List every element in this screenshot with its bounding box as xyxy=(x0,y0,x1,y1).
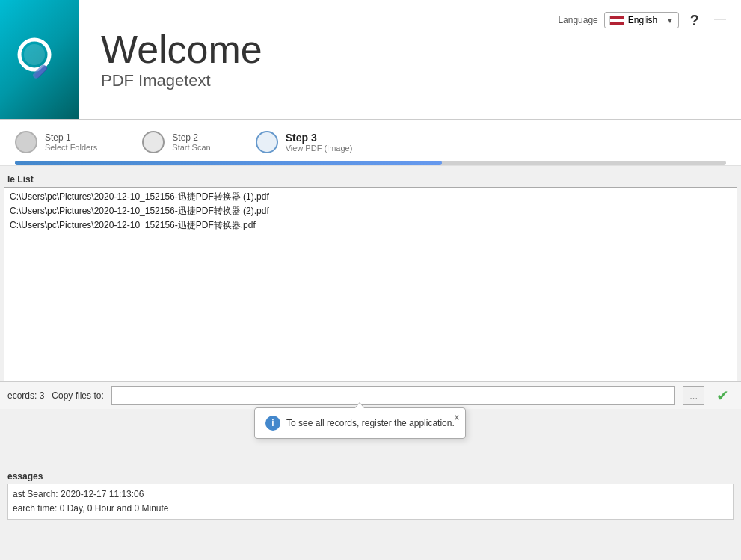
language-dropdown[interactable]: English ▼ xyxy=(604,12,679,28)
step-3-number: Step 3 xyxy=(286,132,353,144)
help-button[interactable]: ? xyxy=(686,10,703,31)
step-1-number: Step 1 xyxy=(45,132,97,143)
step-1: Step 1 Select Folders xyxy=(15,131,97,153)
tooltip-body: i To see all records, register the appli… xyxy=(265,416,455,431)
minimize-button[interactable]: — xyxy=(710,10,730,27)
progress-bar xyxy=(15,161,726,165)
language-label: Language xyxy=(558,15,597,25)
step-2-text: Step 2 Start Scan xyxy=(172,132,210,152)
step-2-circle xyxy=(142,131,165,153)
logo-area xyxy=(0,0,79,119)
header: Welcome PDF Imagetext Language English ▼… xyxy=(0,0,741,120)
step-3-desc: View PDF (Image) xyxy=(286,144,353,153)
svg-point-1 xyxy=(24,44,45,65)
logo-icon xyxy=(13,34,66,86)
welcome-title: Welcome xyxy=(101,28,524,71)
messages-header: essages xyxy=(7,471,734,481)
messages-box: ast Search: 2020-12-17 11:13:06 earch ti… xyxy=(7,484,734,520)
records-count: ecords: 3 xyxy=(7,390,44,401)
file-list-section: le List C:\Users\pc\Pictures\2020-12-10_… xyxy=(0,166,741,381)
bottom-bar: ecords: 3 Copy files to: ... ✔ xyxy=(0,381,741,409)
list-item: C:\Users\pc\Pictures\2020-12-10_152156-迅… xyxy=(8,190,733,204)
step-1-circle xyxy=(15,131,37,153)
file-list-box[interactable]: C:\Users\pc\Pictures\2020-12-10_152156-迅… xyxy=(4,187,737,381)
copy-files-label: Copy files to: xyxy=(52,390,103,401)
info-icon: i xyxy=(265,416,280,431)
tooltip-text: To see all records, register the applica… xyxy=(286,418,455,428)
language-area: Language English ▼ xyxy=(558,12,678,28)
tooltip-popup: x i To see all records, register the app… xyxy=(254,407,466,439)
flag-icon xyxy=(609,16,624,25)
messages-section: essages ast Search: 2020-12-17 11:13:06 … xyxy=(0,469,741,522)
copy-files-input[interactable] xyxy=(111,386,675,405)
step-1-desc: Select Folders xyxy=(45,143,97,152)
svg-rect-3 xyxy=(31,64,47,79)
message-line-1: ast Search: 2020-12-17 11:13:06 xyxy=(13,487,728,502)
message-line-2: earch time: 0 Day, 0 Hour and 0 Minute xyxy=(13,502,728,516)
step-3-text: Step 3 View PDF (Image) xyxy=(286,132,353,153)
main-content: le List C:\Users\pc\Pictures\2020-12-10_… xyxy=(0,166,741,522)
step-3: Step 3 View PDF (Image) xyxy=(256,131,353,153)
step-1-text: Step 1 Select Folders xyxy=(45,132,97,152)
step-2-number: Step 2 xyxy=(172,132,210,143)
step-2-desc: Start Scan xyxy=(172,143,210,152)
header-content: Welcome PDF Imagetext xyxy=(79,0,547,119)
steps-row: Step 1 Select Folders Step 2 Start Scan … xyxy=(15,131,726,153)
steps-bar: Step 1 Select Folders Step 2 Start Scan … xyxy=(0,120,741,166)
list-item: C:\Users\pc\Pictures\2020-12-10_152156-迅… xyxy=(8,204,733,218)
step-2: Step 2 Start Scan xyxy=(142,131,210,153)
language-value: English xyxy=(628,15,657,25)
file-list-header: le List xyxy=(0,170,741,187)
step-3-circle xyxy=(256,131,278,153)
confirm-button[interactable]: ✔ xyxy=(712,386,734,405)
tooltip-close-button[interactable]: x xyxy=(455,412,459,422)
header-controls: Language English ▼ ? — xyxy=(547,0,741,119)
browse-button[interactable]: ... xyxy=(683,386,704,405)
chevron-down-icon: ▼ xyxy=(666,16,674,25)
app-subtitle: PDF Imagetext xyxy=(101,71,524,90)
progress-bar-fill xyxy=(15,161,442,165)
list-item: C:\Users\pc\Pictures\2020-12-10_152156-迅… xyxy=(8,218,733,233)
